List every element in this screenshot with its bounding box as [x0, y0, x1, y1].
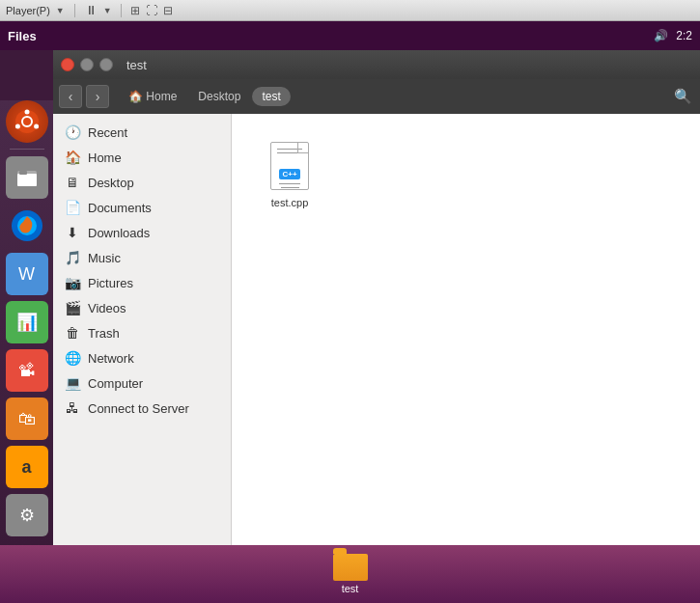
player-menu[interactable]: Player(P)	[6, 5, 50, 16]
back-button[interactable]: ‹	[59, 85, 82, 108]
network-icon: 🌐	[65, 350, 80, 366]
launcher-icon-writer[interactable]: W	[6, 253, 48, 295]
sidebar-item-recent[interactable]: 🕐 Recent	[53, 120, 231, 145]
pause-arrow-icon[interactable]: ▼	[103, 6, 112, 15]
taskbar-label-test: test	[342, 583, 359, 594]
unity-icon[interactable]: ⊟	[163, 4, 173, 17]
file-icon-cpp: C++	[266, 139, 313, 193]
sidebar-label-music: Music	[88, 251, 121, 265]
unity-launcher: W 📊 📽 🛍 a ⚙	[0, 100, 53, 545]
taskbar-folder-icon	[333, 554, 368, 581]
sidebar-label-recent: Recent	[88, 125, 127, 140]
connect-server-icon: 🖧	[65, 400, 80, 416]
ubuntu-panel: Files 🔊 2:2	[0, 21, 700, 50]
sidebar-label-videos: Videos	[88, 301, 126, 315]
pictures-icon: 📷	[65, 275, 80, 290]
launcher-divider	[10, 149, 44, 150]
vm-settings-icon[interactable]: ⊞	[130, 4, 140, 17]
fm-main: C++ test.cpp	[232, 114, 700, 545]
breadcrumb: 🏠 Home Desktop test	[119, 87, 291, 106]
sidebar-label-desktop: Desktop	[88, 176, 134, 190]
sidebar-item-pictures[interactable]: 📷 Pictures	[53, 270, 231, 295]
cpp-badge: C++	[279, 169, 299, 179]
sidebar-label-pictures: Pictures	[88, 276, 133, 290]
launcher-icon-ubuntu[interactable]	[6, 100, 48, 143]
sidebar-item-computer[interactable]: 💻 Computer	[53, 370, 231, 396]
desktop-icon: 🖥	[65, 175, 80, 190]
minimize-button[interactable]	[80, 58, 94, 71]
sidebar-item-network[interactable]: 🌐 Network	[53, 345, 231, 370]
pause-icon[interactable]: ⏸	[85, 3, 98, 17]
launcher-icon-settings[interactable]: ⚙	[6, 494, 48, 536]
sidebar-item-connect-server[interactable]: 🖧 Connect to Server	[53, 396, 231, 421]
svg-point-4	[14, 124, 19, 129]
sidebar-label-trash: Trash	[88, 326, 120, 341]
home-icon: 🏠	[128, 90, 143, 103]
sidebar-item-downloads[interactable]: ⬇ Downloads	[53, 220, 231, 245]
fm-content: 🕐 Recent 🏠 Home 🖥 Desktop 📄 Documents ⬇	[53, 114, 700, 545]
svg-point-2	[24, 110, 29, 115]
launcher-icon-impress[interactable]: 📽	[6, 349, 48, 392]
breadcrumb-home[interactable]: 🏠 Home	[119, 87, 186, 106]
sidebar-item-documents[interactable]: 📄 Documents	[53, 195, 231, 220]
fm-titlebar: test	[53, 50, 700, 79]
launcher-icon-appstore[interactable]: 🛍	[6, 397, 48, 440]
sidebar-item-desktop[interactable]: 🖥 Desktop	[53, 170, 231, 195]
sidebar-label-downloads: Downloads	[88, 226, 150, 240]
close-button[interactable]	[61, 58, 74, 71]
videos-icon: 🎬	[65, 300, 80, 315]
svg-rect-7	[19, 171, 27, 175]
sidebar-label-home: Home	[88, 151, 122, 165]
time-display: 2:2	[676, 29, 692, 42]
panel-app-name: Files	[8, 29, 37, 43]
launcher-icon-calc[interactable]: 📊	[6, 301, 48, 343]
documents-icon: 📄	[65, 200, 80, 215]
sidebar-label-documents: Documents	[88, 201, 152, 215]
cpp-file-visual: C++	[270, 142, 309, 190]
sidebar-item-music[interactable]: 🎵 Music	[53, 245, 231, 270]
trash-icon: 🗑	[65, 325, 80, 341]
svg-point-3	[34, 124, 39, 129]
taskbar: test	[0, 545, 700, 603]
music-icon: 🎵	[65, 250, 80, 265]
sidebar-item-trash[interactable]: 🗑 Trash	[53, 320, 231, 345]
sidebar-label-network: Network	[88, 351, 134, 366]
downloads-icon: ⬇	[65, 225, 80, 240]
home-sidebar-icon: 🏠	[65, 150, 80, 165]
file-name-testcpp: test.cpp	[271, 197, 309, 208]
vmware-toolbar: Player(P) ▼ ⏸ ▼ ⊞ ⛶ ⊟	[0, 0, 700, 21]
computer-icon: 💻	[65, 375, 80, 391]
file-manager: test ‹ › 🏠 Home Desktop test 🔍 🕐 Recent	[53, 50, 700, 545]
fullscreen-icon[interactable]: ⛶	[146, 4, 157, 17]
fm-toolbar: ‹ › 🏠 Home Desktop test 🔍	[53, 79, 700, 114]
search-button[interactable]: 🔍	[671, 85, 694, 108]
recent-icon: 🕐	[65, 124, 80, 140]
launcher-icon-amazon[interactable]: a	[6, 446, 48, 488]
forward-button[interactable]: ›	[86, 85, 109, 108]
fm-sidebar: 🕐 Recent 🏠 Home 🖥 Desktop 📄 Documents ⬇	[53, 114, 232, 545]
taskbar-item-test[interactable]: test	[333, 554, 368, 594]
breadcrumb-current[interactable]: test	[252, 87, 290, 106]
launcher-icon-files[interactable]	[6, 156, 48, 199]
window-title: test	[126, 58, 147, 72]
launcher-icon-firefox[interactable]	[6, 205, 48, 247]
sidebar-label-connect-server: Connect to Server	[88, 401, 189, 416]
panel-right: 🔊 2:2	[654, 29, 692, 42]
file-item-testcpp[interactable]: C++ test.cpp	[251, 133, 328, 214]
volume-icon[interactable]: 🔊	[654, 29, 668, 42]
svg-rect-6	[17, 174, 37, 186]
maximize-button[interactable]	[99, 58, 113, 71]
sidebar-item-home[interactable]: 🏠 Home	[53, 145, 231, 170]
sidebar-item-videos[interactable]: 🎬 Videos	[53, 295, 231, 320]
dropdown-arrow[interactable]: ▼	[56, 6, 65, 15]
sidebar-label-computer: Computer	[88, 376, 143, 391]
main-wrapper: W 📊 📽 🛍 a ⚙ test ‹ ›	[0, 50, 700, 545]
breadcrumb-desktop[interactable]: Desktop	[188, 87, 250, 106]
